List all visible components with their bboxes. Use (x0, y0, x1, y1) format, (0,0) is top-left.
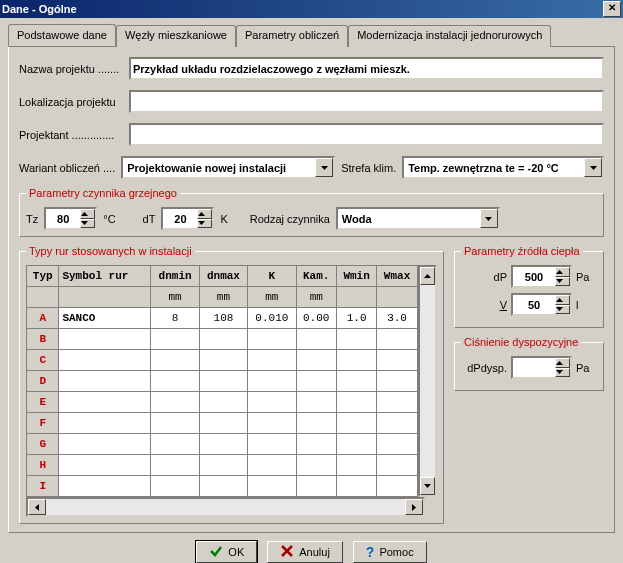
table-cell[interactable] (296, 329, 336, 350)
vertical-scrollbar[interactable] (418, 265, 437, 497)
table-cell[interactable]: 0.00 (296, 308, 336, 329)
table-cell[interactable]: A (27, 308, 59, 329)
table-cell[interactable] (248, 392, 296, 413)
dt-spinner[interactable] (161, 207, 214, 230)
help-button[interactable]: ? Pomoc (353, 541, 427, 563)
table-cell[interactable] (248, 350, 296, 371)
spin-up-icon[interactable] (555, 295, 570, 305)
spinner-controls[interactable] (555, 295, 570, 314)
table-row[interactable]: E (27, 392, 418, 413)
tab-residential-nodes[interactable]: Węzły mieszkaniowe (116, 25, 236, 47)
scroll-track[interactable] (46, 499, 405, 515)
table-cell[interactable]: H (27, 455, 59, 476)
table-cell[interactable] (59, 392, 151, 413)
table-cell[interactable] (59, 476, 151, 497)
table-cell[interactable] (199, 476, 247, 497)
table-cell[interactable] (59, 371, 151, 392)
table-cell[interactable] (296, 392, 336, 413)
table-cell[interactable] (336, 371, 376, 392)
table-cell[interactable] (199, 455, 247, 476)
table-cell[interactable] (59, 413, 151, 434)
ok-button[interactable]: OK (196, 541, 257, 563)
chevron-down-icon[interactable] (584, 158, 602, 177)
table-cell[interactable] (248, 476, 296, 497)
table-cell[interactable]: SANCO (59, 308, 151, 329)
v-input[interactable] (513, 295, 555, 314)
tab-basic-data[interactable]: Podstawowe dane (8, 24, 116, 46)
table-cell[interactable] (336, 455, 376, 476)
tab-modernization[interactable]: Modernizacja instalacji jednorurowych (348, 25, 551, 47)
spin-up-icon[interactable] (80, 209, 95, 219)
scroll-down-icon[interactable] (420, 477, 435, 495)
dpdysp-input[interactable] (513, 358, 555, 377)
table-cell[interactable] (151, 455, 199, 476)
table-cell[interactable]: F (27, 413, 59, 434)
spin-up-icon[interactable] (197, 209, 212, 219)
table-cell[interactable]: I (27, 476, 59, 497)
project-location-input[interactable] (129, 90, 604, 113)
table-cell[interactable] (199, 413, 247, 434)
table-cell[interactable] (199, 392, 247, 413)
table-cell[interactable]: E (27, 392, 59, 413)
dt-input[interactable] (163, 209, 197, 228)
table-cell[interactable] (248, 413, 296, 434)
dpdysp-spinner[interactable] (511, 356, 572, 379)
scroll-left-icon[interactable] (28, 499, 46, 515)
tz-spinner[interactable] (44, 207, 97, 230)
table-cell[interactable] (151, 476, 199, 497)
table-cell[interactable] (377, 350, 417, 371)
table-cell[interactable] (151, 329, 199, 350)
table-cell[interactable] (296, 455, 336, 476)
table-cell[interactable] (377, 329, 417, 350)
calc-variant-combo[interactable]: Projektowanie nowej instalacji (121, 156, 335, 179)
scroll-up-icon[interactable] (420, 267, 435, 285)
chevron-down-icon[interactable] (480, 209, 498, 228)
table-cell[interactable] (199, 371, 247, 392)
medium-combo[interactable]: Woda (336, 207, 500, 230)
v-spinner[interactable] (511, 293, 572, 316)
table-cell[interactable] (296, 350, 336, 371)
table-cell[interactable] (296, 434, 336, 455)
tz-input[interactable] (46, 209, 80, 228)
table-cell[interactable] (248, 329, 296, 350)
dp-spinner[interactable] (511, 265, 572, 288)
table-cell[interactable]: 108 (199, 308, 247, 329)
table-cell[interactable] (59, 455, 151, 476)
table-cell[interactable] (377, 476, 417, 497)
spin-up-icon[interactable] (555, 267, 570, 277)
table-cell[interactable] (377, 413, 417, 434)
table-cell[interactable]: D (27, 371, 59, 392)
project-name-input[interactable] (129, 57, 604, 80)
spin-down-icon[interactable] (197, 219, 212, 229)
table-cell[interactable] (336, 329, 376, 350)
table-cell[interactable] (296, 476, 336, 497)
table-row[interactable]: D (27, 371, 418, 392)
climate-zone-combo[interactable]: Temp. zewnętrzna te = -20 °C (402, 156, 604, 179)
table-cell[interactable] (59, 434, 151, 455)
table-cell[interactable] (248, 455, 296, 476)
table-cell[interactable] (377, 371, 417, 392)
table-cell[interactable]: B (27, 329, 59, 350)
table-row[interactable]: I (27, 476, 418, 497)
table-row[interactable]: F (27, 413, 418, 434)
table-cell[interactable] (199, 329, 247, 350)
table-cell[interactable] (336, 476, 376, 497)
table-cell[interactable]: 8 (151, 308, 199, 329)
table-cell[interactable]: 0.010 (248, 308, 296, 329)
table-row[interactable]: B (27, 329, 418, 350)
spinner-controls[interactable] (555, 267, 570, 286)
table-cell[interactable] (199, 434, 247, 455)
table-row[interactable]: ASANCO81080.0100.001.03.0 (27, 308, 418, 329)
table-cell[interactable] (199, 350, 247, 371)
spin-down-icon[interactable] (555, 305, 570, 315)
table-cell[interactable] (59, 329, 151, 350)
scroll-right-icon[interactable] (405, 499, 423, 515)
table-cell[interactable] (151, 371, 199, 392)
table-cell[interactable] (336, 392, 376, 413)
designer-input[interactable] (129, 123, 604, 146)
table-cell[interactable] (59, 350, 151, 371)
spin-down-icon[interactable] (80, 219, 95, 229)
table-cell[interactable] (151, 413, 199, 434)
table-cell[interactable] (151, 350, 199, 371)
table-cell[interactable]: 3.0 (377, 308, 417, 329)
